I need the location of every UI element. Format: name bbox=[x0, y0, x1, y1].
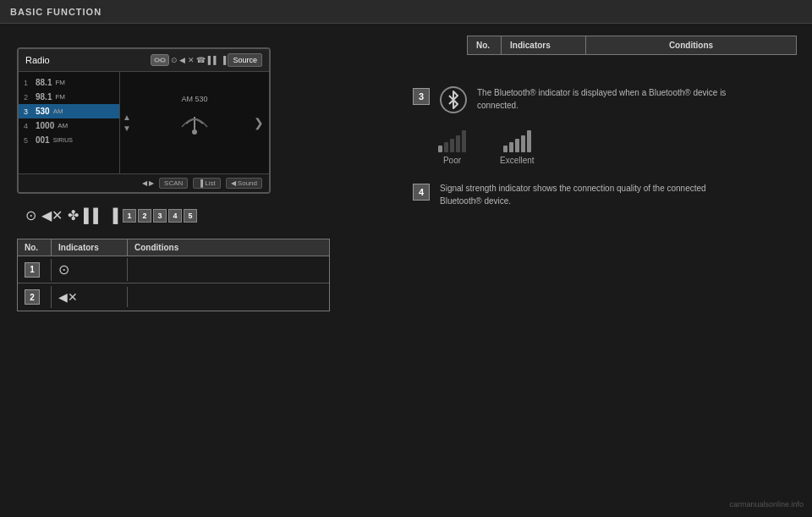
scan-button[interactable]: SCAN bbox=[159, 178, 188, 189]
circle-indicator-icon: ⊙ bbox=[25, 207, 36, 223]
radio-icons-row: ⊙ ◀ ✕ ☎ ▌▌ ▐ Source bbox=[151, 53, 262, 67]
header-bar: BASIC FUNCTION bbox=[0, 0, 812, 24]
antenna-icon bbox=[178, 108, 211, 147]
right-panel: No. Indicators Conditions 3 The Bluetoot… bbox=[398, 24, 812, 517]
list-item: 5 001 SIRIUS bbox=[19, 133, 119, 147]
excellent-signal-bars bbox=[503, 129, 531, 152]
radio-preset-list: 1 88.1 FM 2 98.1 FM 3 530 AM bbox=[19, 72, 120, 173]
signal-indicator-icon: ▌▌ bbox=[84, 208, 103, 223]
row2-mute-icon: ◀✕ bbox=[58, 290, 78, 304]
radio-indicator-icons: ⊙ ◀ ✕ ☎ ▌▌ ▐ bbox=[171, 56, 227, 64]
num-box-2: 2 bbox=[138, 209, 151, 223]
radio-header: Radio ⊙ ◀ ✕ ☎ ▌▌ ▐ Source bbox=[19, 49, 269, 72]
top-header-no: No. bbox=[468, 36, 502, 54]
radio-body: 1 88.1 FM 2 98.1 FM 3 530 AM bbox=[19, 72, 269, 173]
num-box-1: 1 bbox=[123, 209, 136, 223]
table-row-1: 1 ⊙ bbox=[18, 256, 329, 283]
seek-bar: ◀ ▶ bbox=[142, 179, 154, 187]
radio-footer: ◀ ▶ SCAN ▐ List ◀ Sound bbox=[19, 173, 269, 192]
sound-button[interactable]: ◀ Sound bbox=[226, 178, 262, 189]
bar-2 bbox=[509, 142, 513, 152]
left-header-no: No. bbox=[18, 239, 52, 256]
item4-num: 4 bbox=[413, 184, 430, 201]
left-panel: Radio ⊙ ◀ ✕ ☎ ▌▌ ▐ Source bbox=[0, 24, 398, 517]
svg-rect-1 bbox=[161, 58, 165, 62]
item3-num: 3 bbox=[413, 88, 430, 105]
poor-label: Poor bbox=[443, 156, 461, 165]
row2-num: 2 bbox=[25, 289, 40, 305]
list-item: 4 1000 AM bbox=[19, 118, 119, 133]
bluetooth-icon bbox=[440, 86, 467, 113]
row1-circle-icon: ⊙ bbox=[58, 262, 69, 277]
num-box-5: 5 bbox=[184, 209, 197, 223]
radio-display: ▲ ▼ AM 530 ❯ bbox=[120, 72, 269, 173]
watermark: carmanualsonline.info bbox=[729, 500, 804, 509]
list-item-active: 3 530 AM bbox=[19, 104, 119, 118]
left-table-header: No. Indicators Conditions bbox=[18, 239, 329, 256]
bar-5 bbox=[527, 130, 531, 152]
up-down-arrows: ▲ ▼ bbox=[123, 113, 131, 133]
bar-3 bbox=[450, 139, 454, 152]
num-box-3: 3 bbox=[153, 209, 167, 223]
battery-indicator-icon: ▐ bbox=[108, 208, 118, 223]
mute-indicator-icon: ◀✕ bbox=[41, 207, 63, 223]
bar-4 bbox=[456, 135, 460, 152]
list-button[interactable]: ▐ List bbox=[193, 178, 220, 189]
bar-1 bbox=[438, 146, 442, 152]
bar-3 bbox=[515, 139, 519, 152]
main-content: Radio ⊙ ◀ ✕ ☎ ▌▌ ▐ Source bbox=[0, 24, 812, 517]
left-conditions-table: No. Indicators Conditions 1 ⊙ 2 bbox=[17, 239, 330, 311]
item3-description: The Bluetooth® indicator is displayed wh… bbox=[477, 86, 731, 112]
excellent-label: Excellent bbox=[500, 156, 535, 165]
radio-mockup: Radio ⊙ ◀ ✕ ☎ ▌▌ ▐ Source bbox=[17, 47, 271, 194]
page-title: BASIC FUNCTION bbox=[10, 7, 102, 17]
svg-point-3 bbox=[192, 129, 197, 135]
top-conditions-table: No. Indicators Conditions bbox=[467, 36, 797, 55]
indicators-icons-row: ⊙ ◀✕ ✤ ▌▌ ▐ 1 2 3 4 5 bbox=[25, 207, 381, 223]
list-item: 1 88.1 FM bbox=[19, 75, 119, 90]
source-button[interactable]: Source bbox=[228, 53, 262, 67]
list-item: 2 98.1 FM bbox=[19, 90, 119, 104]
bar-4 bbox=[521, 135, 525, 152]
left-header-conditions: Conditions bbox=[128, 239, 329, 256]
top-header-conditions: Conditions bbox=[586, 36, 796, 54]
top-header-indicators: Indicators bbox=[502, 36, 586, 54]
chevron-right-icon: ❯ bbox=[254, 116, 264, 129]
link-icon bbox=[151, 54, 169, 66]
radio-label: Radio bbox=[25, 55, 50, 65]
station-label: AM 530 bbox=[181, 95, 207, 103]
row1-num: 1 bbox=[25, 262, 40, 278]
table-row-2: 2 ◀✕ bbox=[18, 283, 329, 311]
signal-poor: Poor bbox=[438, 129, 466, 165]
signal-quality-row: Poor Excellent bbox=[438, 129, 797, 165]
bar-2 bbox=[444, 142, 448, 152]
bluetooth-indicator-icon: ✤ bbox=[68, 207, 79, 223]
item4-description: Signal strength indicator shows the conn… bbox=[440, 182, 710, 207]
item4-section: 4 Signal strength indicator shows the co… bbox=[413, 182, 797, 207]
bar-5 bbox=[462, 130, 466, 152]
bar-1 bbox=[503, 146, 508, 152]
indicator-number-boxes: 1 2 3 4 5 bbox=[123, 209, 197, 223]
num-box-4: 4 bbox=[168, 209, 182, 223]
poor-signal-bars bbox=[438, 129, 466, 152]
left-header-indicators: Indicators bbox=[52, 239, 128, 256]
svg-rect-0 bbox=[155, 58, 159, 62]
item3-section: 3 The Bluetooth® indicator is displayed … bbox=[413, 86, 797, 113]
signal-excellent: Excellent bbox=[500, 129, 535, 165]
